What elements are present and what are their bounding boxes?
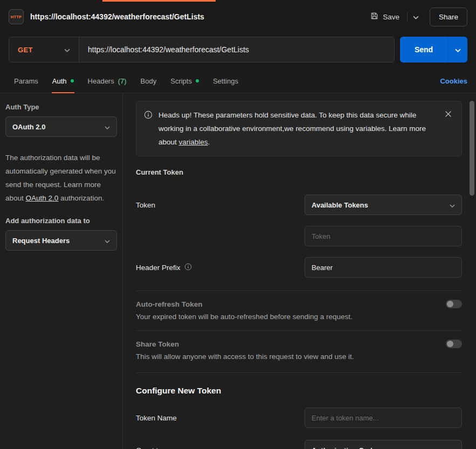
- request-tabs: Params Auth Headers (7) Body Scripts Set…: [0, 69, 476, 93]
- tab-scripts[interactable]: Scripts: [165, 69, 204, 93]
- tab-label: Settings: [213, 77, 238, 85]
- url-input[interactable]: [79, 37, 394, 62]
- chevron-down-icon: [450, 446, 455, 449]
- divider: [407, 12, 408, 22]
- send-button[interactable]: Send: [400, 37, 447, 63]
- token-input-row: [136, 226, 462, 246]
- save-options-button[interactable]: [410, 9, 422, 25]
- tab-label: Body: [141, 77, 157, 85]
- tab-auth[interactable]: Auth: [47, 69, 79, 93]
- auth-type-value: OAuth 2.0: [12, 123, 45, 131]
- token-name-row: Token Name: [136, 407, 462, 428]
- app-window: HTTP https://localhost:44392/weatherfore…: [0, 0, 476, 449]
- token-name-label: Token Name: [136, 414, 177, 422]
- chevron-down-icon: [105, 237, 110, 245]
- chevron-down-icon: [450, 201, 455, 209]
- add-auth-data-dropdown[interactable]: Request Headers: [5, 230, 117, 251]
- header-prefix-label: Header Prefix: [136, 263, 192, 272]
- request-topbar: HTTP https://localhost:44392/weatherfore…: [0, 0, 476, 33]
- variables-link[interactable]: variables: [179, 138, 208, 146]
- share-button[interactable]: Share: [430, 8, 467, 26]
- url-control: GET: [9, 37, 395, 63]
- tab-settings[interactable]: Settings: [208, 69, 244, 93]
- close-banner-button[interactable]: [443, 108, 454, 121]
- toggle-knob: [447, 301, 453, 307]
- current-token-heading: Current Token: [136, 168, 462, 176]
- share-token-description: This will allow anyone with access to th…: [136, 353, 462, 361]
- share-token-section: Share Token This will allow anyone with …: [136, 340, 462, 361]
- grant-type-row: Grant type Authorization Code: [136, 440, 462, 449]
- scrollbar[interactable]: [470, 101, 474, 196]
- tab-label: Params: [14, 77, 38, 85]
- divider: [136, 330, 462, 331]
- save-button[interactable]: Save: [365, 8, 405, 26]
- http-request-icon: HTTP: [9, 9, 24, 24]
- auto-refresh-label: Auto-refresh Token: [136, 300, 203, 308]
- tab-headers[interactable]: Headers (7): [82, 69, 132, 93]
- info-icon: [144, 110, 153, 149]
- grant-type-dropdown[interactable]: Authorization Code: [305, 440, 462, 449]
- header-prefix-row: Header Prefix: [136, 257, 462, 278]
- configure-new-token-heading: Configure New Token: [136, 386, 462, 396]
- close-icon: [445, 111, 452, 119]
- divider: [136, 291, 462, 291]
- oauth-docs-link[interactable]: OAuth 2.0: [26, 194, 59, 202]
- tabs-list: Params Auth Headers (7) Body Scripts Set…: [9, 69, 244, 93]
- chevron-down-icon: [105, 123, 110, 131]
- auth-description: The authorization data will be automatic…: [5, 151, 117, 205]
- topbar-actions: Save Share: [365, 8, 467, 26]
- auto-refresh-description: Your expired token will be auto-refreshe…: [136, 313, 462, 321]
- chevron-down-icon: [64, 46, 70, 54]
- available-tokens-value: Available Tokens: [312, 201, 368, 209]
- tab-label: Headers: [88, 77, 114, 85]
- divider: [136, 372, 462, 373]
- auth-type-dropdown[interactable]: OAuth 2.0: [5, 116, 117, 137]
- headers-count: (7): [118, 77, 127, 85]
- chevron-down-icon: [413, 13, 419, 21]
- add-auth-data-label: Add authorization data to: [5, 217, 117, 225]
- info-icon: [184, 263, 192, 272]
- green-dot-icon: [71, 79, 74, 82]
- method-label: GET: [18, 46, 33, 54]
- tab-label: Auth: [52, 77, 67, 85]
- send-split-button: Send: [400, 37, 467, 63]
- add-auth-data-value: Request Headers: [12, 237, 70, 245]
- auto-refresh-toggle[interactable]: [446, 300, 462, 308]
- active-tab-indicator: [102, 0, 216, 2]
- tab-params[interactable]: Params: [9, 69, 44, 93]
- request-title: https://localhost:44392/weatherforecast/…: [30, 12, 204, 21]
- token-field-row: Token Available Tokens: [136, 195, 462, 215]
- auto-refresh-section: Auto-refresh Token Your expired token wi…: [136, 300, 462, 321]
- save-label: Save: [383, 13, 399, 21]
- auth-sidebar: Auth Type OAuth 2.0 The authorization da…: [0, 93, 123, 449]
- share-token-label: Share Token: [136, 340, 179, 348]
- token-label: Token: [136, 201, 155, 209]
- tab-body[interactable]: Body: [135, 69, 162, 93]
- grant-type-value: Authorization Code: [312, 446, 376, 449]
- auth-content: Auth Type OAuth 2.0 The authorization da…: [0, 93, 476, 449]
- http-badge-label: HTTP: [11, 15, 22, 19]
- token-input[interactable]: [305, 226, 462, 246]
- request-bar: GET Send: [0, 33, 476, 69]
- cookies-link[interactable]: Cookies: [440, 77, 467, 85]
- token-name-input[interactable]: [305, 407, 462, 428]
- auth-type-label: Auth Type: [5, 103, 117, 111]
- tab-label: Scripts: [170, 77, 192, 85]
- share-token-toggle[interactable]: [446, 340, 462, 348]
- available-tokens-dropdown[interactable]: Available Tokens: [305, 195, 462, 215]
- send-options-button[interactable]: [447, 37, 467, 63]
- banner-text: Heads up! These parameters hold sensitiv…: [158, 108, 437, 149]
- grant-type-label: Grant type: [136, 446, 170, 449]
- toggle-knob: [447, 341, 453, 347]
- sensitive-data-banner: Heads up! These parameters hold sensitiv…: [136, 101, 462, 156]
- method-dropdown[interactable]: GET: [9, 37, 79, 62]
- green-dot-icon: [196, 79, 199, 82]
- oauth-panel: Heads up! These parameters hold sensitiv…: [123, 93, 476, 449]
- header-prefix-input[interactable]: [305, 257, 462, 278]
- save-icon: [370, 12, 378, 22]
- chevron-down-icon: [455, 46, 461, 54]
